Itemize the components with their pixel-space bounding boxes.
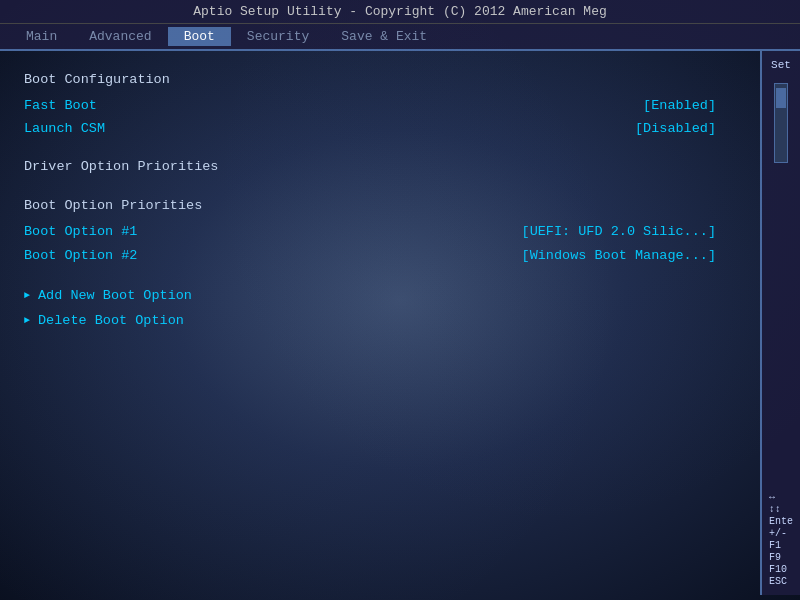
delete-boot-arrow-icon: ► [24, 313, 30, 329]
content-area: Boot Configuration Fast Boot [Enabled] L… [0, 51, 800, 595]
menu-item-boot[interactable]: Boot [168, 27, 231, 46]
scrollbar-thumb [776, 88, 786, 108]
boot-option2-label: Boot Option #2 [24, 245, 137, 267]
add-boot-option-item[interactable]: ► Add New Boot Option [24, 285, 736, 307]
add-boot-option-label: Add New Boot Option [38, 285, 192, 307]
menu-item-save-exit[interactable]: Save & Exit [325, 27, 443, 46]
sidebar-set-label: Set [771, 59, 791, 71]
key-esc: ESC [769, 576, 793, 587]
scrollbar[interactable] [774, 83, 788, 163]
menu-bar: Main Advanced Boot Security Save & Exit [0, 24, 800, 51]
add-boot-arrow-icon: ► [24, 288, 30, 304]
launch-csm-label: Launch CSM [24, 118, 105, 140]
boot-option2-value: [Windows Boot Manage...] [522, 245, 716, 267]
key-f10: F10 [769, 564, 793, 575]
launch-csm-row[interactable]: Launch CSM [Disabled] [24, 118, 736, 140]
launch-csm-value: [Disabled] [635, 118, 716, 140]
right-panel: Set ↔ ↕↕ Ente +/- F1 F9 F10 ESC [760, 51, 800, 595]
help-keys: ↔ ↕↕ Ente +/- F1 F9 F10 ESC [769, 484, 793, 587]
boot-option1-value: [UEFI: UFD 2.0 Silic...] [522, 221, 716, 243]
title-text: Aptio Setup Utility - Copyright (C) 2012… [193, 4, 606, 19]
delete-boot-option-label: Delete Boot Option [38, 310, 184, 332]
title-bar: Aptio Setup Utility - Copyright (C) 2012… [0, 0, 800, 24]
fast-boot-row[interactable]: Fast Boot [Enabled] [24, 95, 736, 117]
boot-option1-label: Boot Option #1 [24, 221, 137, 243]
menu-item-security[interactable]: Security [231, 27, 325, 46]
driver-priorities-header: Driver Option Priorities [24, 156, 736, 178]
main-panel: Boot Configuration Fast Boot [Enabled] L… [0, 51, 760, 595]
key-f1: F1 [769, 540, 793, 551]
key-arrows-v: ↕↕ [769, 504, 793, 515]
fast-boot-value: [Enabled] [643, 95, 716, 117]
fast-boot-label: Fast Boot [24, 95, 97, 117]
boot-option1-row[interactable]: Boot Option #1 [UEFI: UFD 2.0 Silic...] [24, 221, 736, 243]
menu-item-advanced[interactable]: Advanced [73, 27, 167, 46]
boot-option2-row[interactable]: Boot Option #2 [Windows Boot Manage...] [24, 245, 736, 267]
key-f9: F9 [769, 552, 793, 563]
key-arrows-h: ↔ [769, 492, 793, 503]
bios-screen: Aptio Setup Utility - Copyright (C) 2012… [0, 0, 800, 600]
delete-boot-option-item[interactable]: ► Delete Boot Option [24, 310, 736, 332]
boot-priorities-header: Boot Option Priorities [24, 195, 736, 217]
menu-item-main[interactable]: Main [10, 27, 73, 46]
key-enter: Ente [769, 516, 793, 527]
boot-config-header: Boot Configuration [24, 69, 736, 91]
key-plusminus: +/- [769, 528, 793, 539]
